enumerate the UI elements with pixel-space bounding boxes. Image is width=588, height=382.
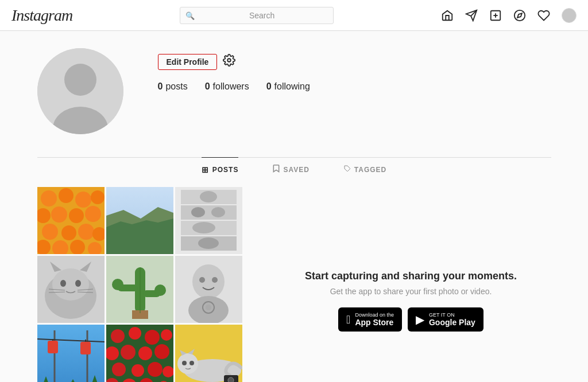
app-buttons:  Download on the App Store ▶ GET IT ON … xyxy=(338,307,483,332)
svg-point-63 xyxy=(199,277,205,283)
tab-tagged[interactable]: TAGGED xyxy=(344,157,386,181)
svg-point-84 xyxy=(121,345,136,360)
grid-cell-3[interactable] xyxy=(175,187,242,254)
posts-count: 0 xyxy=(158,81,163,92)
svg-point-87 xyxy=(112,362,126,376)
appstore-button[interactable]:  Download on the App Store xyxy=(338,307,402,332)
svg-point-36 xyxy=(211,207,225,217)
svg-point-14 xyxy=(91,190,105,204)
app-promo: Start capturing and sharing your moments… xyxy=(260,187,563,382)
svg-point-85 xyxy=(138,346,152,360)
profile-avatar-wrap xyxy=(37,48,123,134)
svg-point-82 xyxy=(161,329,172,341)
svg-rect-67 xyxy=(37,325,105,382)
followers-label: followers xyxy=(213,81,249,92)
profile-header: Edit Profile 0 posts 0 followers 0 follo… xyxy=(37,48,551,151)
svg-point-11 xyxy=(41,190,57,206)
heart-icon[interactable] xyxy=(537,9,550,22)
saved-tab-icon xyxy=(273,165,280,174)
posts-tab-icon: ⊞ xyxy=(202,165,209,174)
add-icon[interactable] xyxy=(489,9,502,22)
svg-point-80 xyxy=(129,327,141,340)
svg-point-21 xyxy=(78,224,94,240)
googleplay-bottom-label: Google Play xyxy=(429,318,475,327)
saved-tab-label: SAVED xyxy=(283,166,309,174)
tabs-border: ⊞ POSTS SAVED TAGGED xyxy=(37,157,551,181)
grid-cell-1[interactable] xyxy=(37,187,105,254)
grid-cell-2[interactable] xyxy=(106,187,173,254)
googleplay-text: GET IT ON Google Play xyxy=(429,312,475,327)
svg-point-81 xyxy=(145,330,160,345)
header-nav xyxy=(441,8,577,23)
svg-point-100 xyxy=(182,361,187,365)
googleplay-icon: ▶ xyxy=(416,313,424,326)
appstore-bottom-label: App Store xyxy=(355,318,394,327)
profile-tabs: ⊞ POSTS SAVED TAGGED xyxy=(37,158,551,181)
instagram-logo: Instagram xyxy=(11,6,72,25)
tab-saved[interactable]: SAVED xyxy=(273,157,309,181)
posts-label: posts xyxy=(165,81,187,92)
svg-point-25 xyxy=(70,240,85,254)
apple-icon:  xyxy=(346,313,350,326)
svg-point-86 xyxy=(154,344,169,359)
svg-point-66 xyxy=(206,305,211,310)
content-area: Start capturing and sharing your moments… xyxy=(26,181,563,382)
tagged-tab-icon xyxy=(344,165,351,174)
svg-point-16 xyxy=(51,206,67,223)
grid-cell-9[interactable] xyxy=(175,325,242,382)
svg-point-55 xyxy=(112,279,123,290)
svg-point-43 xyxy=(52,268,89,301)
svg-rect-34 xyxy=(181,205,237,220)
following-label: following xyxy=(274,81,310,92)
profile-actions: Edit Profile xyxy=(158,54,551,70)
svg-point-12 xyxy=(59,188,74,203)
photo-grid xyxy=(37,187,242,382)
appstore-top-label: Download on the xyxy=(355,312,394,318)
svg-point-19 xyxy=(42,224,58,240)
search-icon: 🔍 xyxy=(185,11,195,20)
svg-point-89 xyxy=(148,362,163,377)
svg-point-40 xyxy=(198,237,219,249)
posts-tab-label: POSTS xyxy=(212,166,239,174)
profile-stats: 0 posts 0 followers 0 following xyxy=(158,81,551,92)
grid-cell-6[interactable] xyxy=(175,256,242,323)
googleplay-button[interactable]: ▶ GET IT ON Google Play xyxy=(408,307,483,332)
svg-rect-72 xyxy=(80,342,91,354)
grid-cell-4[interactable] xyxy=(37,256,105,323)
grid-cell-7[interactable] xyxy=(37,325,105,382)
svg-marker-4 xyxy=(517,13,522,18)
followers-stat[interactable]: 0 followers xyxy=(205,81,249,92)
tab-posts[interactable]: ⊞ POSTS xyxy=(202,157,239,181)
svg-point-38 xyxy=(192,222,215,233)
svg-point-61 xyxy=(192,264,225,299)
followers-count: 0 xyxy=(205,81,210,92)
following-stat[interactable]: 0 following xyxy=(266,81,310,92)
svg-point-33 xyxy=(200,191,217,202)
tagged-tab-label: TAGGED xyxy=(354,166,386,174)
site-header: Instagram 🔍 xyxy=(0,0,588,31)
svg-point-13 xyxy=(75,192,91,208)
appstore-text: Download on the App Store xyxy=(355,312,394,327)
following-count: 0 xyxy=(266,81,272,92)
svg-point-3 xyxy=(514,10,525,20)
svg-point-57 xyxy=(154,284,166,296)
send-icon[interactable] xyxy=(465,9,478,22)
grid-cell-5[interactable] xyxy=(106,256,173,323)
svg-point-6 xyxy=(64,64,96,96)
svg-rect-71 xyxy=(48,341,58,353)
search-input[interactable] xyxy=(180,7,334,24)
search-bar: 🔍 xyxy=(180,7,334,24)
home-icon[interactable] xyxy=(441,9,454,22)
grid-cell-8[interactable] xyxy=(106,325,173,382)
profile-info: Edit Profile 0 posts 0 followers 0 follo… xyxy=(158,48,551,98)
posts-stat[interactable]: 0 posts xyxy=(158,81,188,92)
profile-container: Edit Profile 0 posts 0 followers 0 follo… xyxy=(26,31,563,181)
compass-icon[interactable] xyxy=(513,9,526,22)
settings-icon[interactable] xyxy=(223,54,235,70)
svg-point-35 xyxy=(191,207,205,217)
promo-subtitle: Get the app to share your first photo or… xyxy=(330,287,492,296)
edit-profile-button[interactable]: Edit Profile xyxy=(158,54,218,70)
svg-point-97 xyxy=(177,353,198,374)
svg-point-8 xyxy=(228,59,231,62)
user-avatar[interactable] xyxy=(562,8,577,23)
